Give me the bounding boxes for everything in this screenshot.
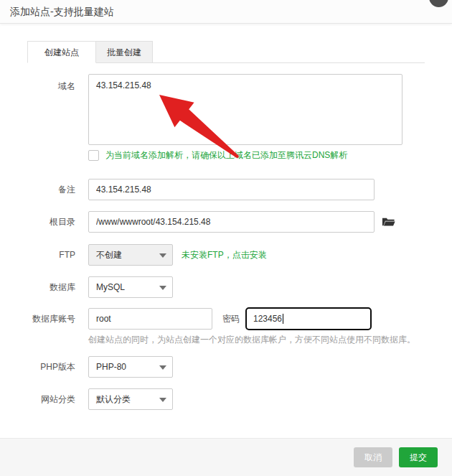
root-dir-label: 根目录 xyxy=(0,216,75,228)
dialog-title: 添加站点-支持批量建站 xyxy=(10,0,114,23)
ftp-select[interactable]: 不创建 xyxy=(88,244,173,266)
close-icon[interactable] xyxy=(429,0,448,7)
domain-textarea[interactable]: 43.154.215.48 xyxy=(88,74,402,145)
tab-create-site[interactable]: 创建站点 xyxy=(27,41,96,63)
dialog-footer: 取消 提交 xyxy=(0,438,452,476)
db-account-row: 数据库账号 密码 123456 xyxy=(0,307,452,330)
site-category-select-value: 默认分类 xyxy=(96,394,131,404)
chevron-down-icon xyxy=(159,253,166,258)
dns-option-row: 为当前域名添加解析，请确保以上域名已添加至腾讯云DNS解析 xyxy=(88,149,347,162)
db-account-label: 数据库账号 xyxy=(0,313,75,325)
dns-option-label: 为当前域名添加解析，请确保以上域名已添加至腾讯云DNS解析 xyxy=(105,149,347,162)
db-username-input[interactable] xyxy=(88,308,212,330)
chevron-down-icon xyxy=(159,365,166,370)
tab-bar: 创建站点 批量创建 xyxy=(27,41,425,63)
folder-icon[interactable] xyxy=(382,216,395,228)
note-input[interactable] xyxy=(88,179,375,200)
submit-button[interactable]: 提交 xyxy=(399,447,438,467)
database-row: 数据库 MySQL xyxy=(0,276,452,298)
site-category-select[interactable]: 默认分类 xyxy=(88,388,173,410)
database-select-value: MySQL xyxy=(96,282,125,292)
database-label: 数据库 xyxy=(0,281,75,294)
db-password-label: 密码 xyxy=(222,313,240,325)
root-dir-input[interactable] xyxy=(88,211,375,233)
dns-checkbox[interactable] xyxy=(88,150,99,161)
site-category-row: 网站分类 默认分类 xyxy=(0,388,452,410)
root-dir-row: 根目录 xyxy=(0,211,452,233)
note-row: 备注 xyxy=(0,179,452,200)
note-label: 备注 xyxy=(0,184,75,196)
text-cursor xyxy=(283,314,283,324)
php-version-label: PHP版本 xyxy=(0,361,75,373)
domain-row: 域名 43.154.215.48 xyxy=(0,74,452,145)
php-version-row: PHP版本 PHP-80 xyxy=(0,356,452,378)
ftp-row: FTP 不创建 未安装FTP，点击安装 xyxy=(0,244,452,266)
ftp-install-link[interactable]: 未安装FTP，点击安装 xyxy=(182,249,267,261)
add-site-dialog: 添加站点-支持批量建站 创建站点 批量创建 域名 43.154.215.48 为… xyxy=(0,0,452,476)
php-version-select[interactable]: PHP-80 xyxy=(88,356,173,378)
db-password-value: 123456 xyxy=(253,314,282,324)
chevron-down-icon xyxy=(159,286,166,290)
site-category-label: 网站分类 xyxy=(0,393,75,406)
ftp-label: FTP xyxy=(0,250,75,260)
dialog-header: 添加站点-支持批量建站 xyxy=(0,0,452,24)
tab-batch-create[interactable]: 批量创建 xyxy=(96,41,153,63)
ftp-select-value: 不创建 xyxy=(96,250,122,260)
db-account-help-text: 创建站点的同时，为站点创建一个对应的数据库帐户，方便不同站点使用不同数据库。 xyxy=(88,334,415,346)
domain-label: 域名 xyxy=(0,74,75,93)
php-version-select-value: PHP-80 xyxy=(96,362,126,372)
database-select[interactable]: MySQL xyxy=(88,276,173,298)
cancel-button[interactable]: 取消 xyxy=(354,447,392,467)
db-password-input[interactable]: 123456 xyxy=(245,307,372,330)
chevron-down-icon xyxy=(159,398,166,402)
